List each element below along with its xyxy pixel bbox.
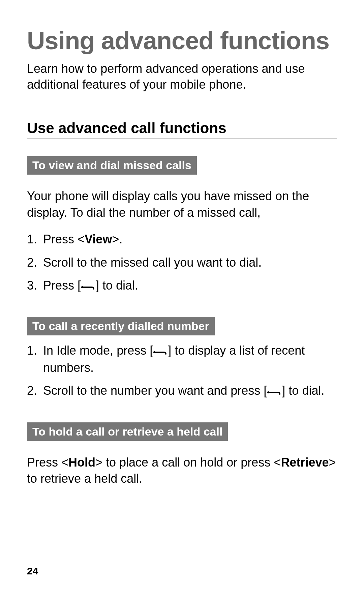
- subheading-recent-number: To call a recently dialled number: [27, 317, 215, 335]
- call-key-icon: [81, 283, 96, 291]
- step-text: ] to dial.: [96, 278, 138, 292]
- call-key-icon: [267, 389, 282, 396]
- page-number: 24: [27, 565, 38, 577]
- softkey-retrieve: Retrieve: [281, 455, 329, 469]
- step-text: Press [: [43, 278, 81, 292]
- step-item: Press <View>.: [27, 231, 337, 248]
- step-text: Scroll to the number you want and press …: [43, 384, 267, 397]
- subheading-hold-call: To hold a call or retrieve a held call: [27, 422, 228, 441]
- step-text: >.: [112, 232, 122, 246]
- missed-calls-description: Your phone will display calls you have m…: [27, 188, 337, 221]
- body-text: Press <: [27, 455, 68, 469]
- step-item: In Idle mode, press [] to display a list…: [27, 342, 337, 376]
- step-text: In Idle mode, press [: [43, 344, 153, 357]
- softkey-view: View: [85, 232, 112, 246]
- subheading-missed-calls: To view and dial missed calls: [27, 156, 197, 175]
- intro-paragraph: Learn how to perform advanced operations…: [27, 61, 337, 93]
- missed-calls-steps: Press <View>. Scroll to the missed call …: [27, 231, 337, 294]
- recent-number-steps: In Idle mode, press [] to display a list…: [27, 342, 337, 399]
- manual-page: Using advanced functions Learn how to pe…: [0, 0, 364, 597]
- call-key-icon: [153, 349, 168, 356]
- step-text: ] to dial.: [282, 384, 324, 397]
- softkey-hold: Hold: [68, 455, 95, 469]
- step-item: Press [] to dial.: [27, 277, 337, 294]
- section-heading: Use advanced call functions: [27, 120, 337, 139]
- hold-call-body: Press <Hold> to place a call on hold or …: [27, 454, 337, 487]
- step-item: Scroll to the missed call you want to di…: [27, 254, 337, 271]
- step-text: Press <: [43, 232, 85, 246]
- step-item: Scroll to the number you want and press …: [27, 382, 337, 399]
- page-title: Using advanced functions: [27, 27, 337, 54]
- body-text: > to place a call on hold or press <: [95, 455, 281, 469]
